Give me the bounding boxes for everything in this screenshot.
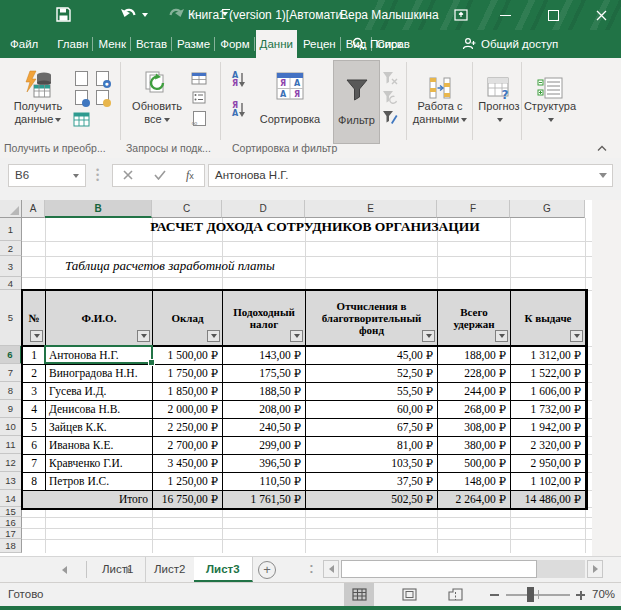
row-header-4[interactable]: 4 [0, 277, 22, 290]
tabbar-grip[interactable]: •• [310, 563, 313, 575]
horizontal-scroll-track[interactable] [537, 560, 585, 578]
table-cell[interactable]: 1 102,00 ₽ [511, 473, 586, 491]
filter-dropdown-icon[interactable] [30, 330, 43, 342]
filter-dropdown-icon[interactable] [570, 330, 583, 342]
table-cell[interactable]: 81,00 ₽ [306, 437, 438, 455]
table-cell[interactable]: 308,00 ₽ [438, 419, 511, 437]
column-header-D[interactable]: D [222, 200, 305, 218]
active-cell-selection[interactable] [44, 345, 153, 364]
row-header-5[interactable]: 5 [0, 290, 22, 346]
zoom-slider-thumb[interactable] [527, 587, 534, 602]
table-cell[interactable]: 55,50 ₽ [306, 383, 438, 401]
from-table-icon[interactable] [72, 111, 90, 127]
table-cell[interactable]: Гусева И.Д. [46, 383, 153, 401]
table-header-cell[interactable]: Отчисления в благотворительный фонд [306, 291, 438, 347]
table-cell[interactable]: 2 [23, 365, 46, 383]
tab-Форм[interactable]: Форм [216, 30, 253, 58]
table-cell[interactable]: Зайцев К.К. [46, 419, 153, 437]
from-text-icon[interactable] [72, 70, 90, 86]
table-cell[interactable]: 103,50 ₽ [306, 455, 438, 473]
table-cell[interactable]: 1 606,00 ₽ [511, 383, 586, 401]
table-cell[interactable]: 188,00 ₽ [438, 347, 511, 365]
forecast-button[interactable]: ? Прогноз [477, 60, 521, 142]
row-header-2[interactable]: 2 [0, 241, 22, 256]
zoom-level[interactable]: 70% [592, 588, 615, 600]
filter-dropdown-icon[interactable] [207, 330, 220, 342]
table-cell[interactable]: 1 750,00 ₽ [153, 365, 223, 383]
data-tools-button[interactable]: Работа с данными [410, 60, 470, 142]
table-cell[interactable]: 67,50 ₽ [306, 419, 438, 437]
existing-connections-icon[interactable] [93, 89, 111, 105]
tab-Файл[interactable]: Файл [1, 30, 47, 58]
normal-view-icon[interactable] [344, 583, 374, 606]
zoom-out-icon[interactable] [490, 594, 499, 596]
table-header-cell[interactable]: № [23, 291, 46, 347]
properties-icon[interactable] [190, 89, 208, 105]
tab-Менк[interactable]: Менк [94, 30, 130, 58]
total-cell[interactable]: 502,50 ₽ [306, 491, 438, 508]
enter-icon[interactable] [154, 170, 166, 182]
row-header-18[interactable]: 18 [0, 539, 22, 553]
table-header-cell[interactable]: Подоходный налог [223, 291, 306, 347]
name-box-caret-icon[interactable] [73, 174, 79, 178]
column-header-A[interactable]: A [22, 200, 45, 218]
table-cell[interactable]: Иванова К.Е. [46, 437, 153, 455]
table-cell[interactable]: 8 [23, 473, 46, 491]
table-cell[interactable]: 5 [23, 419, 46, 437]
table-cell[interactable]: 3 [23, 383, 46, 401]
table-cell[interactable]: 143,00 ₽ [223, 347, 306, 365]
sheet-nav-prev-icon[interactable] [62, 566, 67, 574]
table-cell[interactable]: 299,00 ₽ [223, 437, 306, 455]
sort-descending-icon[interactable]: ЯА [227, 102, 251, 118]
filter-dropdown-icon[interactable] [495, 330, 508, 342]
hscroll-left-icon[interactable] [323, 560, 339, 578]
tab-Главн[interactable]: Главн [53, 30, 92, 58]
minimize-button[interactable] [492, 4, 518, 26]
sheet-tab-Лист1[interactable]: Лист1 [90, 557, 146, 582]
table-cell[interactable]: 1 732,00 ₽ [511, 401, 586, 419]
table-cell[interactable]: 1 522,00 ₽ [511, 365, 586, 383]
row-header-9[interactable]: 9 [0, 400, 22, 418]
table-cell[interactable]: 6 [23, 437, 46, 455]
row-header-12[interactable]: 12 [0, 454, 22, 472]
column-header-C[interactable]: C [152, 200, 222, 218]
table-cell[interactable]: 268,00 ₽ [438, 401, 511, 419]
table-cell[interactable]: 3 450,00 ₽ [153, 455, 223, 473]
table-header-cell[interactable]: Оклад [153, 291, 223, 347]
page-layout-view-icon[interactable] [394, 583, 424, 606]
total-cell[interactable]: 2 264,00 ₽ [438, 491, 511, 508]
table-cell[interactable]: 2 000,00 ₽ [153, 401, 223, 419]
filter-button[interactable]: Фильтр [333, 60, 380, 144]
table-header-cell[interactable]: К выдаче [511, 291, 586, 347]
row-header-1[interactable]: 1 [0, 218, 22, 241]
filter-dropdown-icon[interactable] [422, 330, 435, 342]
undo-icon[interactable] [120, 7, 137, 25]
hscroll-right-icon[interactable] [587, 560, 603, 578]
name-box[interactable]: B6 [8, 164, 86, 187]
share-button[interactable]: Общий доступ [462, 30, 558, 58]
advanced-filter-icon[interactable] [381, 109, 399, 125]
table-cell[interactable]: Денисова Н.В. [46, 401, 153, 419]
page-break-view-icon[interactable] [440, 583, 470, 606]
table-header-cell[interactable]: Всего удержан [438, 291, 511, 347]
collapse-ribbon-icon[interactable] [596, 138, 608, 156]
table-cell[interactable]: Кравченко Г.И. [46, 455, 153, 473]
tab-Встав[interactable]: Встав [132, 30, 171, 58]
total-cell[interactable]: 1 761,50 ₽ [223, 491, 306, 508]
total-cell[interactable]: 16 750,00 ₽ [153, 491, 223, 508]
sort-button[interactable]: Я А А Я Сортировка [255, 60, 325, 142]
sheet-tab-Лист3[interactable]: Лист3 [194, 557, 253, 582]
table-cell[interactable]: 2 950,00 ₽ [511, 455, 586, 473]
row-header-10[interactable]: 10 [0, 418, 22, 436]
column-header-B[interactable]: B [45, 200, 152, 218]
table-cell[interactable]: 2 320,00 ₽ [511, 437, 586, 455]
table-cell[interactable]: 1 500,00 ₽ [153, 347, 223, 365]
tab-Рецен[interactable]: Рецен [299, 30, 340, 58]
queries-connections-icon[interactable] [190, 70, 208, 86]
formula-input[interactable]: Антонова Н.Г. [208, 164, 613, 187]
table-cell[interactable]: 1 250,00 ₽ [153, 473, 223, 491]
total-cell[interactable]: 14 486,00 ₽ [511, 491, 586, 508]
sheet-title-cell[interactable]: РАСЧЕТ ДОХОДА СОТРУДНИКОВ ОРГАНИЗАЦИИ [45, 219, 585, 235]
table-cell[interactable]: 110,50 ₽ [223, 473, 306, 491]
insert-function-icon[interactable]: fx [186, 168, 194, 183]
